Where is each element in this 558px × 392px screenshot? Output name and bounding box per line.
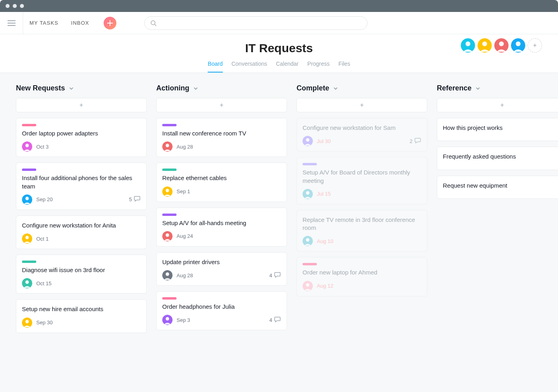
card-title: Frequently asked questions <box>443 153 558 161</box>
card-meta: Sep 1 <box>162 186 281 197</box>
column-title: Reference <box>437 84 472 92</box>
svg-point-14 <box>516 41 521 46</box>
card-title: Order headphones for Julia <box>162 303 281 311</box>
card-meta: Aug 284 <box>162 270 281 280</box>
svg-point-12 <box>499 41 504 46</box>
member-avatar[interactable] <box>477 38 492 53</box>
task-card[interactable]: Install new conference room TVAug 28 <box>156 118 287 157</box>
add-card-button[interactable]: + <box>437 98 558 112</box>
task-card[interactable]: Setup A/V for Board of Directors monthly… <box>297 157 427 204</box>
nav-inbox[interactable]: INBOX <box>71 20 89 26</box>
svg-point-26 <box>166 144 169 147</box>
task-card[interactable]: Setup new hire email accountsSep 30 <box>16 299 147 333</box>
card-title: Configure new workstation for Sam <box>303 124 421 132</box>
add-card-button[interactable]: + <box>16 98 147 112</box>
task-card[interactable]: Request new equipment <box>437 176 558 199</box>
card-meta: Jul 15 <box>303 189 421 199</box>
search-input[interactable] <box>144 16 367 30</box>
svg-line-6 <box>155 24 156 26</box>
svg-point-24 <box>26 319 29 323</box>
task-card[interactable]: Order laptop power adaptersOct 3 <box>16 118 147 157</box>
tab-files[interactable]: Files <box>338 61 350 73</box>
tab-calendar[interactable]: Calendar <box>276 61 299 73</box>
assignee-avatar <box>22 278 32 288</box>
task-card[interactable]: Replace ethernet cablesSep 1 <box>156 163 287 202</box>
column-header[interactable]: Reference <box>437 84 558 92</box>
add-member-button[interactable]: + <box>528 38 542 53</box>
tab-progress[interactable]: Progress <box>307 61 330 73</box>
card-meta: Oct 15 <box>22 278 141 288</box>
assignee-avatar <box>162 231 173 241</box>
task-card[interactable]: Install four additional phones for the s… <box>16 163 147 210</box>
svg-point-30 <box>166 233 169 237</box>
card-meta: Aug 10 <box>303 236 421 246</box>
member-avatar[interactable] <box>494 38 509 53</box>
tab-conversations[interactable]: Conversations <box>232 61 267 73</box>
column-header[interactable]: New Requests <box>16 84 147 92</box>
card-date: Sep 1 <box>177 188 190 194</box>
chevron-down-icon <box>69 86 74 91</box>
assignee-avatar <box>162 186 173 197</box>
svg-point-40 <box>306 238 310 242</box>
task-card[interactable]: Order new laptop for AhmedAug 12 <box>297 257 427 296</box>
task-card[interactable]: Update printer driversAug 284 <box>156 252 287 286</box>
card-title: Replace ethernet cables <box>162 174 281 182</box>
comment-count: 5 <box>129 195 141 204</box>
menu-button[interactable] <box>0 12 23 34</box>
member-avatar[interactable] <box>461 38 475 53</box>
task-card[interactable]: Configure new workstation for SamJul 302 <box>297 118 427 151</box>
svg-point-20 <box>26 236 29 239</box>
column-title: Complete <box>297 84 329 92</box>
assignee-avatar <box>162 141 173 152</box>
add-card-button[interactable]: + <box>297 98 427 112</box>
task-card[interactable]: Configure new workstation for AnitaOct 1 <box>16 216 147 249</box>
card-tag <box>162 124 177 126</box>
task-card[interactable]: Frequently asked questions <box>437 147 558 170</box>
card-title: Configure new workstation for Anita <box>22 221 141 229</box>
card-date: Aug 10 <box>317 238 333 244</box>
assignee-avatar <box>303 281 313 291</box>
card-title: Replace TV remote in 3rd floor conferenc… <box>303 216 421 232</box>
card-date: Aug 28 <box>177 144 193 150</box>
add-card-button[interactable]: + <box>156 98 287 112</box>
card-tag <box>22 124 36 126</box>
svg-point-38 <box>306 191 310 195</box>
project-header: IT Requests BoardConversationsCalendarPr… <box>0 34 558 73</box>
card-tag <box>303 263 317 265</box>
card-meta: Jul 302 <box>303 136 421 146</box>
global-add-button[interactable] <box>104 17 116 29</box>
tab-board[interactable]: Board <box>208 61 222 73</box>
card-title: Install four additional phones for the s… <box>22 174 141 190</box>
chevron-down-icon <box>193 86 198 91</box>
nav-my-tasks[interactable]: MY TASKS <box>29 20 58 26</box>
task-card[interactable]: Setup A/V for all-hands meetingAug 24 <box>156 208 287 247</box>
column-header[interactable]: Complete <box>297 84 427 92</box>
svg-point-32 <box>166 272 169 276</box>
column-header[interactable]: Actioning <box>156 84 287 92</box>
comment-icon <box>414 137 421 145</box>
card-tag <box>162 214 177 216</box>
svg-point-10 <box>482 41 487 46</box>
column: Reference +How this project worksFrequen… <box>437 84 558 384</box>
column: New Requests +Order laptop power adapter… <box>16 84 147 384</box>
assignee-avatar <box>22 194 32 205</box>
assignee-avatar <box>22 318 32 328</box>
card-meta: Aug 24 <box>162 231 281 241</box>
task-card[interactable]: How this project works <box>437 118 558 141</box>
task-card[interactable]: Diagnose wifi issue on 3rd floorOct 15 <box>16 255 147 294</box>
svg-point-42 <box>306 283 310 286</box>
task-card[interactable]: Replace TV remote in 3rd floor conferenc… <box>297 210 427 252</box>
svg-point-8 <box>466 41 470 46</box>
card-title: Order laptop power adapters <box>22 129 141 137</box>
card-date: Aug 24 <box>177 233 193 239</box>
task-card[interactable]: Order headphones for JuliaSep 34 <box>156 291 287 330</box>
card-meta: Sep 205 <box>22 194 141 205</box>
card-tag <box>22 261 36 263</box>
chrome-dot <box>13 4 17 8</box>
card-date: Aug 28 <box>177 272 193 278</box>
card-title: Setup A/V for all-hands meeting <box>162 219 281 227</box>
comment-icon <box>274 271 281 280</box>
comment-icon <box>134 195 141 204</box>
member-avatar[interactable] <box>511 38 525 53</box>
svg-point-34 <box>166 317 169 321</box>
